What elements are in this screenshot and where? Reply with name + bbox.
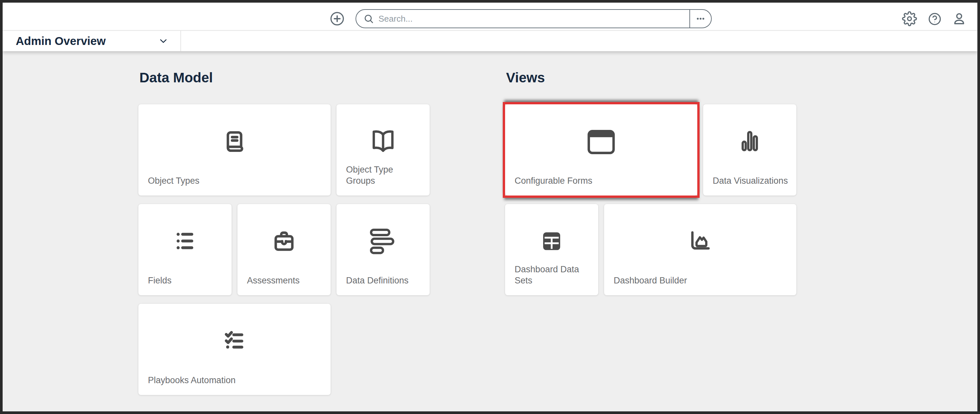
section-heading: Data Model	[139, 70, 430, 85]
search-input[interactable]	[378, 11, 681, 27]
card-playbooks-automation[interactable]: Playbooks Automation	[138, 304, 331, 395]
section-views: Views Configurable Forms	[505, 70, 797, 295]
admin-overview-dropdown[interactable]: Admin Overview	[3, 31, 180, 51]
card-assessments[interactable]: Assessments	[237, 204, 331, 295]
nav-title: Admin Overview	[16, 31, 106, 51]
data-model-grid: Object Types Object Type Groups	[138, 104, 430, 395]
help-button[interactable]	[928, 12, 942, 26]
app-window: Admin Overview Data Model Object	[0, 0, 980, 414]
search-icon	[363, 13, 374, 24]
plus-circle-icon	[329, 11, 345, 27]
user-icon	[952, 11, 967, 26]
open-book-icon	[337, 128, 430, 155]
nav-bar: Admin Overview	[3, 30, 977, 51]
card-label: Object Type Groups	[346, 164, 422, 186]
card-data-visualizations[interactable]: Data Visualizations	[703, 104, 796, 196]
help-icon	[928, 12, 942, 26]
gear-icon	[902, 11, 917, 26]
card-object-types[interactable]: Object Types	[138, 104, 331, 196]
add-button[interactable]	[329, 11, 345, 27]
chevron-down-icon	[159, 37, 168, 46]
card-label: Data Definitions	[346, 275, 422, 286]
briefcase-icon	[237, 228, 331, 255]
views-grid: Configurable Forms Data Visualizations	[505, 104, 797, 295]
search-bar	[356, 9, 712, 28]
section-heading: Views	[506, 70, 797, 85]
card-data-definitions[interactable]: Data Definitions	[337, 204, 430, 295]
card-label: Fields	[148, 275, 224, 286]
card-object-type-groups[interactable]: Object Type Groups	[337, 104, 430, 196]
card-dashboard-data-sets[interactable]: Dashboard Data Sets	[505, 204, 598, 295]
card-label: Dashboard Builder	[614, 275, 789, 286]
card-dashboard-builder[interactable]: Dashboard Builder	[604, 204, 796, 295]
area-chart-icon	[604, 228, 796, 255]
list-icon	[138, 228, 232, 255]
section-data-model: Data Model Object Types	[138, 70, 430, 395]
window-icon	[505, 129, 697, 155]
nav-divider	[180, 31, 181, 51]
user-button[interactable]	[952, 11, 967, 26]
card-label: Assessments	[247, 275, 323, 286]
search-options-button[interactable]	[689, 10, 711, 27]
card-configurable-forms[interactable]: Configurable Forms	[505, 104, 697, 196]
card-label: Data Visualizations	[713, 175, 789, 186]
data-bars-icon	[337, 228, 430, 255]
checklist-icon	[138, 327, 331, 354]
card-label: Object Types	[148, 175, 323, 186]
top-bar	[3, 3, 977, 30]
card-label: Configurable Forms	[515, 175, 690, 186]
book-icon	[138, 128, 331, 155]
card-label: Dashboard Data Sets	[515, 264, 591, 286]
bar-chart-icon	[703, 128, 796, 155]
settings-button[interactable]	[902, 11, 917, 26]
card-fields[interactable]: Fields	[138, 204, 232, 295]
table-icon	[505, 228, 598, 255]
ellipsis-icon	[695, 13, 706, 24]
card-label: Playbooks Automation	[148, 375, 323, 386]
